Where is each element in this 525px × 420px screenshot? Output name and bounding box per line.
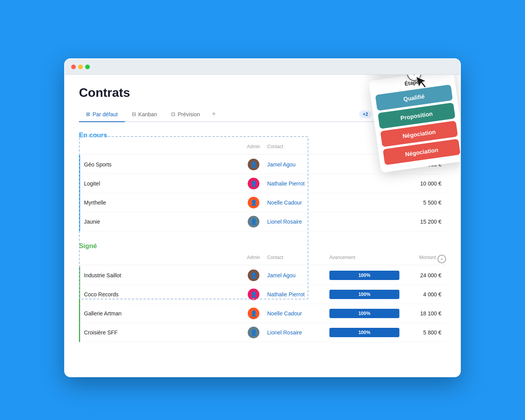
row-montant: 18 100 €: [407, 310, 446, 317]
row-company-name[interactable]: Logitel: [84, 180, 240, 187]
row-admin: 👤: [240, 159, 267, 170]
row-montant: 10 000 €: [407, 180, 446, 187]
col-header-admin: Admin: [240, 255, 267, 263]
row-montant: 24 000 €: [407, 272, 446, 278]
col-header-contact: Contact: [267, 255, 329, 263]
row-montant: 5 800 €: [407, 329, 446, 336]
progress-bar: 100%: [329, 328, 399, 337]
row-company-name[interactable]: Croisière SFF: [84, 329, 240, 336]
table-row: Myrthelle 👤 Noelle Cadour 5 500 €: [79, 193, 446, 212]
avatar: 👤: [248, 270, 259, 281]
row-company-name[interactable]: Industrie Saillot: [84, 272, 240, 278]
avatar: 👤: [248, 289, 259, 300]
col-header-name: [79, 255, 240, 263]
row-progress: 100%: [329, 328, 407, 337]
signe-header: Signé: [79, 242, 446, 250]
dropdown-etape-1: Étape Qualifié Proposition Négociation N…: [369, 75, 460, 173]
row-montant: 4 000 €: [407, 291, 446, 298]
row-admin: 👤: [240, 197, 267, 208]
row-montant: 5 500 €: [407, 200, 446, 206]
dot-red: [71, 65, 76, 69]
grid-icon: ⊞: [86, 111, 90, 117]
col-header-avancement: Avancement: [329, 255, 407, 263]
col-header-admin: Admin: [240, 144, 267, 152]
row-contact[interactable]: Lionel Rosaire: [267, 219, 329, 225]
row-admin: 👤: [240, 178, 267, 189]
col-header-contact: Contact: [267, 144, 329, 152]
row-contact[interactable]: Nathalie Pierrot: [267, 180, 329, 187]
row-progress: 100%: [329, 290, 407, 299]
browser-dots: [71, 65, 90, 69]
table-row: Jaunie 👤 Lionel Rosaire 15 200 €: [79, 212, 446, 231]
signe-section: Signé Admin Contact Avancement Montant +…: [79, 242, 446, 342]
avatar: 👤: [248, 197, 259, 208]
tab-add-button[interactable]: +: [207, 107, 220, 121]
avatar: 👤: [248, 327, 259, 338]
prevision-icon: ⊡: [171, 111, 175, 117]
row-admin: 👤: [240, 327, 267, 338]
signe-title: Signé: [79, 242, 97, 250]
table-row: Logitel 👤 Nathalie Pierrot 10 000 €: [79, 174, 446, 193]
progress-bar: 100%: [329, 271, 399, 280]
table-row: Gallerie Artman 👤 Noelle Cadour 100% 18 …: [79, 304, 446, 323]
avatar: 👤: [248, 216, 259, 228]
browser-content: Contrats ··· ⊞ Par défaut ⊟ Kanban ⊡: [65, 75, 460, 376]
row-company-name[interactable]: Gallerie Artman: [84, 310, 240, 317]
add-column-button-signe[interactable]: +: [438, 255, 446, 263]
row-company-name[interactable]: Myrthelle: [84, 200, 240, 206]
tabs-left: ⊞ Par défaut ⊟ Kanban ⊡ Prévision +: [79, 107, 220, 121]
dot-green: [85, 65, 90, 69]
tab-par-defaut[interactable]: ⊞ Par défaut: [79, 107, 125, 122]
signe-table-header: Admin Contact Avancement Montant +: [79, 253, 446, 265]
row-contact[interactable]: Jamel Agou: [267, 161, 329, 168]
row-admin: 👤: [240, 216, 267, 228]
table-row: Croisière SFF 👤 Lionel Rosaire 100% 5 80…: [79, 323, 446, 342]
col-header-name: [79, 144, 240, 152]
row-progress: 100%: [329, 271, 407, 280]
row-contact[interactable]: Noelle Cadour: [267, 310, 329, 317]
tab-kanban[interactable]: ⊟ Kanban: [125, 107, 164, 122]
row-montant: 15 200 €: [407, 219, 446, 225]
avatar: 👤: [248, 178, 259, 189]
row-admin: 👤: [240, 270, 267, 281]
progress-bar: 100%: [329, 290, 399, 299]
row-contact[interactable]: Lionel Rosaire: [267, 329, 329, 336]
row-company-name[interactable]: Coco Records: [84, 291, 240, 298]
browser-titlebar: [65, 59, 460, 75]
col-header-montant: Montant +: [407, 255, 446, 263]
row-admin: 👤: [240, 289, 267, 300]
views-badge[interactable]: +2: [359, 110, 372, 118]
row-contact[interactable]: Nathalie Pierrot: [267, 291, 329, 298]
row-contact[interactable]: Jamel Agou: [267, 272, 329, 278]
progress-bar: 100%: [329, 309, 399, 318]
row-admin: 👤: [240, 308, 267, 319]
table-row: Industrie Saillot 👤 Jamel Agou 100% 24 0…: [79, 266, 446, 285]
avatar: 👤: [248, 308, 259, 319]
tab-prevision[interactable]: ⊡ Prévision: [164, 107, 207, 122]
row-progress: 100%: [329, 309, 407, 318]
row-contact[interactable]: Noelle Cadour: [267, 200, 329, 206]
row-company-name[interactable]: Géo Sports: [84, 161, 240, 168]
avatar: 👤: [248, 159, 259, 170]
page-title: Contrats: [79, 86, 130, 100]
kanban-icon: ⊟: [132, 111, 136, 117]
dot-yellow: [78, 65, 83, 69]
row-company-name[interactable]: Jaunie: [84, 219, 240, 225]
en-cours-title: En cours: [79, 131, 107, 139]
table-row: Coco Records 👤 Nathalie Pierrot 100% 4 0…: [79, 285, 446, 304]
